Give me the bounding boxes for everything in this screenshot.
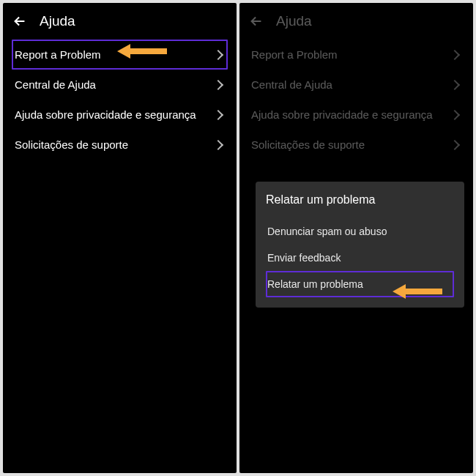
chevron-right-icon [213, 49, 223, 59]
back-arrow-icon[interactable] [12, 13, 28, 29]
menu-item-label: Solicitações de suporte [251, 138, 365, 151]
dialog-option-send-feedback[interactable]: Enviar feedback [266, 245, 454, 271]
menu-item-label: Ajuda sobre privacidade e segurança [15, 108, 196, 121]
dialog-option-label: Relatar um problema [267, 278, 363, 290]
dialog-option-spam-abuse[interactable]: Denunciar spam ou abuso [266, 218, 454, 245]
dialog-option-label: Enviar feedback [267, 252, 341, 264]
menu-item-label: Solicitações de suporte [15, 138, 128, 151]
chevron-right-icon [213, 109, 223, 119]
chevron-right-icon [450, 139, 460, 149]
menu-item-label: Central de Ajuda [15, 78, 96, 91]
report-problem-dialog: Relatar um problema Denunciar spam ou ab… [256, 182, 464, 308]
dialog-option-report-problem[interactable]: Relatar um problema [266, 271, 454, 297]
page-title: Ajuda [40, 13, 75, 29]
menu-item-label: Central de Ajuda [251, 78, 332, 91]
menu-item-help-center[interactable]: Central de Ajuda [12, 70, 228, 100]
menu-item-support-requests[interactable]: Solicitações de suporte [248, 130, 464, 160]
menu-item-report-problem[interactable]: Report a Problem [248, 40, 464, 70]
chevron-right-icon [450, 109, 460, 119]
menu-item-report-problem[interactable]: Report a Problem [12, 40, 228, 70]
dialog-option-label: Denunciar spam ou abuso [267, 226, 387, 237]
screen-right: Ajuda Report a Problem Central de Ajuda … [239, 3, 473, 473]
menu-item-label: Report a Problem [15, 48, 101, 61]
chevron-right-icon [450, 49, 460, 59]
menu-item-privacy-security[interactable]: Ajuda sobre privacidade e segurança [248, 100, 464, 130]
dialog-title: Relatar um problema [266, 193, 454, 207]
menu-item-label: Ajuda sobre privacidade e segurança [251, 108, 433, 121]
chevron-right-icon [450, 79, 460, 89]
screen-left: Ajuda Report a Problem Central de Ajuda … [3, 3, 237, 473]
header: Ajuda [239, 3, 473, 40]
menu-list: Report a Problem Central de Ajuda Ajuda … [239, 40, 473, 160]
menu-list: Report a Problem Central de Ajuda Ajuda … [3, 40, 237, 160]
back-arrow-icon[interactable] [248, 13, 264, 29]
header: Ajuda [3, 3, 237, 40]
screenshots-container: Ajuda Report a Problem Central de Ajuda … [0, 0, 476, 476]
menu-item-support-requests[interactable]: Solicitações de suporte [12, 130, 228, 160]
menu-item-privacy-security[interactable]: Ajuda sobre privacidade e segurança [12, 100, 228, 130]
menu-item-label: Report a Problem [251, 48, 338, 61]
page-title: Ajuda [276, 13, 312, 29]
menu-item-help-center[interactable]: Central de Ajuda [248, 70, 464, 100]
chevron-right-icon [213, 139, 223, 149]
chevron-right-icon [213, 79, 223, 89]
